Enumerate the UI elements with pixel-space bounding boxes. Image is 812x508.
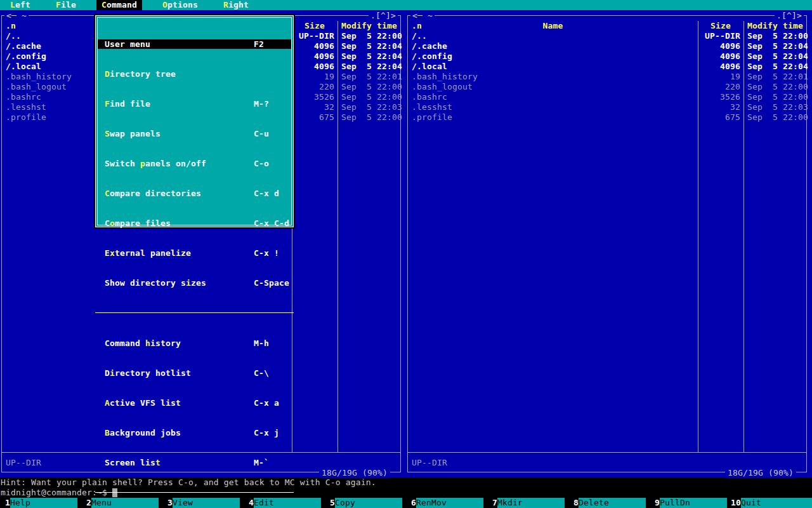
column-header-name[interactable]: Name	[408, 21, 698, 31]
right-panel-path[interactable]: <─ ~	[410, 11, 435, 21]
ministatus: UP--DIR	[6, 458, 41, 468]
column-header-size[interactable]: Size	[701, 21, 740, 31]
shell-prompt[interactable]: midnight@commander:~$	[1, 488, 107, 498]
menu-bar: Left File Command Options Right	[0, 0, 812, 10]
menu-item-command-history[interactable]: Command historyM-h	[98, 338, 291, 348]
menubar-item-right[interactable]: Right	[223, 0, 249, 10]
column-divider	[698, 21, 698, 453]
fkey-5-copy[interactable]: 5Copy	[325, 498, 406, 508]
command-menu-dropdown: User menuF2 Directory tree Find fileM-? …	[94, 14, 295, 229]
right-file-panel: <─ ~ .[^]> .n Name Size Modify time /..U…	[407, 15, 807, 472]
column-divider	[743, 21, 744, 453]
menu-item-compare-files[interactable]: Compare filesC-x C-d	[98, 218, 291, 228]
fkey-1-help[interactable]: 1Help	[0, 498, 81, 508]
free-space-indicator: 18G/19G (90%)	[319, 468, 390, 478]
menu-separator	[98, 308, 291, 318]
menu-item-directory-hotlist[interactable]: Directory hotlistC-\	[98, 368, 291, 378]
menu-item-user-menu[interactable]: User menuF2	[98, 39, 291, 49]
menu-item-switch-panels-on-off[interactable]: Switch panels on/offC-o	[98, 159, 291, 168]
left-panel-updir-button[interactable]: .[^]>	[369, 11, 398, 21]
fkey-10-quit[interactable]: 10Quit	[731, 498, 812, 508]
ministatus: UP--DIR	[412, 458, 447, 468]
menubar-item-left[interactable]: Left	[10, 0, 30, 10]
menubar-item-command-selected[interactable]: Command	[96, 0, 142, 10]
fkey-8-delete[interactable]: 8Delete	[568, 498, 650, 508]
ministatus-divider	[408, 452, 806, 453]
fkey-9-pulldn[interactable]: 9PullDn	[650, 498, 731, 508]
column-header-mtime[interactable]: Modify time	[341, 21, 397, 31]
right-panel-updir-button[interactable]: .[^]>	[775, 11, 804, 21]
fkey-7-mkdir[interactable]: 7Mkdir	[487, 498, 568, 508]
menu-item-swap-panels[interactable]: Swap panelsC-u	[98, 129, 291, 138]
menu-item-compare-directories[interactable]: Compare directoriesC-x d	[98, 189, 291, 198]
menu-item-find-file[interactable]: Find fileM-?	[98, 99, 291, 109]
menu-item-directory-tree[interactable]: Directory tree	[98, 69, 291, 79]
menu-separator	[98, 488, 291, 498]
fkey-6-renmov[interactable]: 6RenMov	[406, 498, 487, 508]
column-header-size[interactable]: Size	[295, 21, 334, 31]
command-menu-box: User menuF2 Directory tree Find fileM-? …	[95, 15, 294, 227]
menu-item-background-jobs[interactable]: Background jobsC-x j	[98, 428, 291, 438]
menu-item-active-vfs-list[interactable]: Active VFS listC-x a	[98, 398, 291, 408]
menu-item-external-panelize[interactable]: External panelizeC-x !	[98, 248, 291, 258]
column-divider	[337, 21, 338, 453]
column-header-mtime[interactable]: Modify time	[747, 21, 803, 31]
menu-item-show-directory-sizes[interactable]: Show directory sizesC-Space	[98, 278, 291, 288]
menubar-item-file[interactable]: File	[56, 0, 76, 10]
menubar-item-options[interactable]: Options	[162, 0, 198, 10]
menu-item-screen-list[interactable]: Screen listM-`	[98, 458, 291, 467]
free-space-indicator: 18G/19G (90%)	[725, 468, 796, 478]
